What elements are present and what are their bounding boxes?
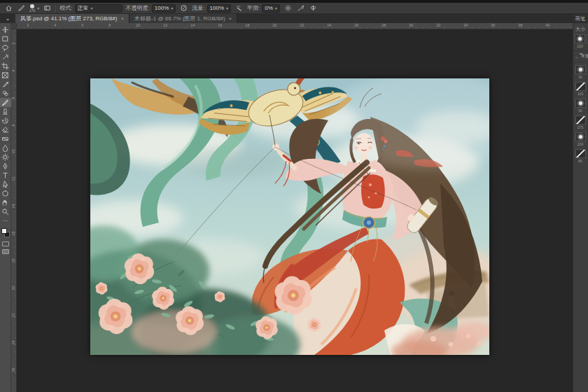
pressure-size-icon[interactable] xyxy=(296,4,305,13)
brush-size-label: 50 xyxy=(578,108,582,113)
brush-tool[interactable] xyxy=(0,98,11,107)
path-selection-tool[interactable] xyxy=(0,180,11,189)
document-tab-untitled[interactable]: 未标题-1 @ 66.7% (图层 1, RGB/8#) × xyxy=(130,14,237,23)
ruler-tick-label: 8 xyxy=(11,125,15,127)
brush-thumbnail xyxy=(575,149,586,158)
zoom-tool[interactable] xyxy=(0,207,11,216)
brush-group-row[interactable]: ⌄ 常规画笔 xyxy=(573,50,588,62)
brush-preset-item[interactable]: 375 xyxy=(575,115,586,130)
eraser-tool[interactable] xyxy=(0,125,11,134)
brushes-panel-tab[interactable]: 画笔 xyxy=(573,14,588,23)
photoshop-window: 文件编辑图像图层文字选择滤镜3D视图增效工具窗口帮助 170 ▾ 模式: 正常 … xyxy=(0,0,588,392)
brush-preset-item[interactable]: 200 xyxy=(575,132,586,146)
foreground-background-swatches[interactable] xyxy=(0,227,11,239)
magic-wand-tool[interactable] xyxy=(0,52,11,62)
brushes-panel: 画笔 大小 130100 ⌄ 常规画笔 301005037520080 xyxy=(573,14,588,392)
ruler-tick-label: 6 xyxy=(81,23,83,27)
smoothing-select[interactable]: 0% ▾ xyxy=(262,4,280,13)
ruler-tick-label: 4 xyxy=(11,70,15,72)
ruler-origin-corner[interactable] xyxy=(11,23,17,29)
pen-tool[interactable] xyxy=(0,162,11,171)
clone-stamp-tool[interactable] xyxy=(0,107,11,116)
mode-select[interactable]: 正常 ▾ xyxy=(75,4,122,13)
ruler-tick-label: 10 xyxy=(11,150,15,154)
close-icon[interactable]: × xyxy=(120,15,124,22)
ruler-tick-label: 24 xyxy=(327,23,331,27)
ruler-tick-label: 20 xyxy=(11,286,15,290)
horizontal-ruler[interactable]: 246810121416182022242628303234363840 xyxy=(17,23,573,29)
brush-preset-item[interactable]: 50 xyxy=(575,99,586,113)
brush-size-label: 大小 xyxy=(573,23,588,34)
airbrush-icon[interactable] xyxy=(234,4,244,13)
history-brush-tool[interactable] xyxy=(0,116,11,125)
document-tab-bar: ⌄ 风筝.psd @ 41.1% (图层 273, RGB/8#) × 未标题-… xyxy=(0,14,573,23)
ruler-tick-label: 34 xyxy=(463,23,468,27)
foreground-color-swatch[interactable] xyxy=(1,228,7,234)
close-icon[interactable]: × xyxy=(229,15,232,22)
chevron-down-icon: ▾ xyxy=(275,6,277,10)
opacity-label: 不透明度: xyxy=(126,4,150,12)
ruler-tick-label: 36 xyxy=(491,23,495,27)
spot-healing-tool[interactable] xyxy=(0,89,11,98)
brush-size-label: 100 xyxy=(578,92,583,96)
ruler-tick-label: 40 xyxy=(545,23,550,27)
tab-title: 未标题-1 @ 66.7% (图层 1, RGB/8#) xyxy=(134,15,225,22)
chevron-down-icon: ▾ xyxy=(171,6,173,10)
artwork-canvas[interactable] xyxy=(90,78,489,355)
brush-preset-picker[interactable]: 170 ▾ xyxy=(29,4,39,13)
ruler-tick-label: 12 xyxy=(11,177,15,181)
blur-tool[interactable] xyxy=(0,144,11,153)
ruler-tick-label: 10 xyxy=(136,23,140,27)
ruler-tick-label: 32 xyxy=(436,23,440,27)
rectangular-marquee-tool[interactable] xyxy=(0,34,11,43)
chevron-down-icon: ▾ xyxy=(226,6,228,10)
opacity-control: 不透明度: 100% ▾ xyxy=(126,4,176,13)
brush-preset-item[interactable]: 100 xyxy=(575,82,586,96)
home-icon[interactable] xyxy=(4,4,13,13)
brush-size-label: 80 xyxy=(578,159,582,163)
type-tool[interactable] xyxy=(0,171,11,180)
brush-preset-item[interactable]: 30 xyxy=(575,65,586,79)
pressure-opacity-icon[interactable] xyxy=(179,4,188,13)
lasso-tool[interactable] xyxy=(0,43,11,52)
ruler-tick-label: 30 xyxy=(409,23,413,27)
vertical-ruler[interactable]: 2468101214161820222426 xyxy=(11,29,17,392)
document-tab-kite[interactable]: 风筝.psd @ 41.1% (图层 273, RGB/8#) × xyxy=(15,14,130,23)
crop-tool[interactable] xyxy=(0,62,11,71)
mode-label: 模式: xyxy=(59,4,72,12)
gradient-tool[interactable] xyxy=(0,134,11,144)
ruler-tick-label: 18 xyxy=(245,23,249,27)
ruler-tick-label: 16 xyxy=(218,23,222,27)
chevron-down-icon: ▾ xyxy=(91,6,93,10)
quick-mask-icon[interactable] xyxy=(2,241,9,246)
dodge-tool[interactable] xyxy=(0,153,11,162)
brush-size-label: 375 xyxy=(578,125,583,130)
brush-preset-preview: 170 xyxy=(29,4,35,13)
brush-size-label: 30 xyxy=(578,75,582,79)
brush-tool-icon[interactable] xyxy=(17,4,26,13)
edit-toolbar-tool[interactable] xyxy=(0,216,11,225)
brush-size-label: 200 xyxy=(578,142,583,146)
ruler-tick-label: 24 xyxy=(11,341,15,345)
eyedropper-tool[interactable] xyxy=(0,80,11,89)
brush-preset-item[interactable]: 80 xyxy=(575,149,586,163)
brush-thumbnail xyxy=(575,99,586,108)
brush-preset-item[interactable]: 130 xyxy=(575,34,585,48)
tab-overflow-chevron-icon[interactable]: ⌄ xyxy=(0,14,15,23)
ruler-tick-label: 22 xyxy=(300,23,304,27)
shape-tool[interactable] xyxy=(0,189,11,198)
chevron-down-icon: ▾ xyxy=(37,6,39,10)
ruler-tick-label: 8 xyxy=(108,23,111,27)
flow-select[interactable]: 100% ▾ xyxy=(207,4,231,13)
opacity-select[interactable]: 100% ▾ xyxy=(152,4,176,13)
symmetry-butterfly-icon[interactable] xyxy=(309,4,318,13)
ruler-tick-label: 2 xyxy=(27,23,29,27)
frame-tool[interactable] xyxy=(0,71,11,80)
ruler-tick-label: 14 xyxy=(11,204,15,209)
gear-icon[interactable] xyxy=(284,4,293,13)
ruler-tick-label: 20 xyxy=(272,23,276,27)
move-tool[interactable] xyxy=(0,25,11,34)
toggle-brush-panel-icon[interactable] xyxy=(43,4,52,13)
hand-tool[interactable] xyxy=(0,198,11,207)
screen-mode-icon[interactable] xyxy=(2,249,9,254)
